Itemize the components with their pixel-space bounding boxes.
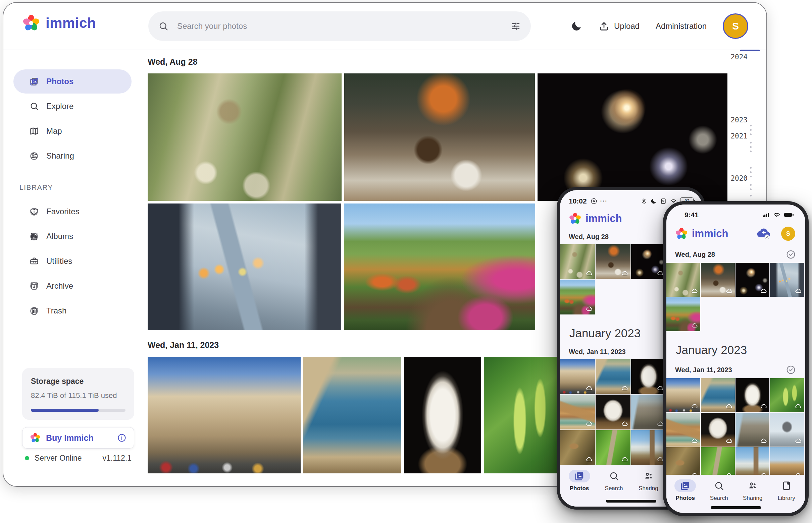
photo-dinner[interactable] bbox=[701, 263, 735, 297]
photo-rock[interactable] bbox=[701, 413, 735, 447]
sidebar-item-sharing[interactable]: Sharing bbox=[13, 144, 132, 168]
photo-autumn[interactable] bbox=[667, 297, 700, 331]
upload-button[interactable]: Upload bbox=[599, 21, 640, 32]
scrubber-year-2024[interactable]: 2024 bbox=[730, 53, 747, 61]
sidebar-item-albums[interactable]: Albums bbox=[13, 224, 132, 249]
phone2-avatar[interactable]: S bbox=[781, 227, 795, 241]
sidebar-item-map[interactable]: Map bbox=[13, 119, 132, 143]
photo-statue[interactable] bbox=[770, 413, 804, 447]
photo-monkeys[interactable] bbox=[148, 73, 342, 201]
buy-immich-button[interactable]: Buy Immich bbox=[22, 427, 134, 449]
photo-berries[interactable] bbox=[484, 357, 562, 473]
photo-hands[interactable] bbox=[148, 203, 341, 330]
photo-castle[interactable] bbox=[560, 359, 595, 394]
cloud-sync-icon[interactable] bbox=[756, 226, 772, 241]
scrubber-dot bbox=[750, 195, 751, 196]
sidebar-item-favorites[interactable]: Favorites bbox=[13, 199, 132, 223]
scrubber-year-2021[interactable]: 2021 bbox=[730, 132, 747, 140]
phone-date-label: Wed, Aug 28 bbox=[675, 251, 715, 258]
phone2-header: immich S bbox=[675, 226, 795, 241]
photo-ruins[interactable] bbox=[736, 413, 770, 447]
photo-lizard1[interactable] bbox=[560, 430, 595, 465]
scrubber-dot bbox=[750, 176, 751, 177]
phone-nav-library[interactable]: Library bbox=[770, 480, 804, 513]
sidebar-item-explore[interactable]: Explore bbox=[13, 94, 132, 118]
storage-usage: 82.4 TiB of 115.1 TiB used bbox=[31, 391, 134, 400]
photo-fireworks[interactable] bbox=[631, 244, 666, 279]
info-icon[interactable] bbox=[30, 151, 121, 161]
photo-ruins[interactable] bbox=[631, 395, 666, 430]
immich-flower-icon bbox=[675, 227, 688, 240]
library-nav: FavoritesAlbumsUtilitiesArchiveTrash bbox=[3, 199, 135, 323]
phone-nav-label: Sharing bbox=[639, 485, 658, 492]
info-icon[interactable] bbox=[117, 433, 126, 443]
phone-mockup-ios: 9:41 immich S Wed, Aug 28January 2023Wed… bbox=[663, 201, 809, 516]
phone-nav-label: Library bbox=[778, 495, 795, 502]
photo-castle[interactable] bbox=[148, 357, 301, 473]
cloud-backup-icon bbox=[586, 385, 593, 392]
photo-castle[interactable] bbox=[667, 378, 700, 412]
photo-church[interactable] bbox=[631, 430, 666, 465]
photo-monkeys[interactable] bbox=[667, 263, 700, 297]
header-actions: Upload Administration S bbox=[570, 3, 748, 50]
phone-nav-photos[interactable]: Photos bbox=[668, 480, 702, 513]
screenshot-canvas: immich Search your photos Upload Adminis… bbox=[0, 0, 812, 523]
phone-nav-label: Photos bbox=[570, 485, 589, 492]
immich-flower-icon bbox=[569, 212, 582, 225]
photo-rock[interactable] bbox=[595, 395, 630, 430]
info-icon[interactable] bbox=[30, 207, 121, 216]
phone2-wordmark: immich bbox=[692, 228, 728, 240]
photo-dinner[interactable] bbox=[344, 73, 535, 201]
photo-dinner[interactable] bbox=[595, 244, 630, 279]
search-icon bbox=[714, 481, 724, 491]
search-bar[interactable]: Search your photos bbox=[148, 12, 531, 41]
home-indicator[interactable] bbox=[606, 500, 656, 503]
photo-beach[interactable] bbox=[667, 413, 700, 447]
dark-mode-moon-icon[interactable] bbox=[570, 20, 583, 32]
photo-coast[interactable] bbox=[303, 357, 401, 473]
home-indicator[interactable] bbox=[711, 506, 761, 509]
photo-bust[interactable] bbox=[631, 359, 666, 394]
scrubber-dot bbox=[750, 167, 751, 169]
phone2-status-bar: 9:41 bbox=[667, 204, 805, 221]
photo-bust[interactable] bbox=[404, 357, 481, 473]
sidebar-item-photos[interactable]: Photos bbox=[13, 69, 132, 93]
cloud-backup-icon bbox=[621, 385, 628, 392]
phone-nav-label: Sharing bbox=[743, 495, 763, 502]
photo-beach[interactable] bbox=[560, 395, 595, 430]
phone-month-header: January 2023 bbox=[676, 343, 805, 357]
user-avatar[interactable]: S bbox=[723, 13, 748, 39]
library-section-label: LIBRARY bbox=[19, 183, 135, 192]
scrubber-year-2023[interactable]: 2023 bbox=[730, 116, 747, 124]
photo-monkeys[interactable] bbox=[560, 244, 595, 279]
photo-berries[interactable] bbox=[770, 378, 804, 412]
scrubber-year-2020[interactable]: 2020 bbox=[730, 174, 747, 182]
info-icon[interactable] bbox=[30, 232, 121, 241]
select-all-check-icon[interactable] bbox=[786, 365, 796, 375]
administration-link[interactable]: Administration bbox=[656, 21, 707, 31]
immich-logo[interactable]: immich bbox=[22, 14, 96, 32]
phone-nav-photos[interactable]: Photos bbox=[562, 470, 597, 507]
photo-coast[interactable] bbox=[595, 359, 630, 394]
info-icon[interactable] bbox=[30, 77, 121, 86]
photo-hands[interactable] bbox=[770, 263, 804, 297]
photo-fireworks[interactable] bbox=[537, 73, 727, 201]
info-icon[interactable] bbox=[30, 282, 121, 291]
top-bar: immich Search your photos Upload Adminis… bbox=[3, 3, 766, 50]
sidebar-item-trash[interactable]: Trash bbox=[13, 299, 132, 323]
photo-coast[interactable] bbox=[701, 378, 735, 412]
photo-autumn[interactable] bbox=[344, 203, 535, 330]
scrubber-active-marker bbox=[740, 50, 760, 51]
photo-bust[interactable] bbox=[736, 378, 770, 412]
photo-autumn[interactable] bbox=[560, 279, 595, 314]
photo-row bbox=[148, 73, 727, 201]
photo-lizard2[interactable] bbox=[595, 430, 630, 465]
info-icon[interactable] bbox=[30, 306, 121, 315]
scrubber-dot bbox=[750, 142, 751, 144]
select-all-check-icon[interactable] bbox=[786, 249, 796, 259]
sidebar-item-archive[interactable]: Archive bbox=[13, 274, 132, 298]
sidebar-item-utilities[interactable]: Utilities bbox=[13, 249, 132, 273]
cloud-backup-icon bbox=[621, 420, 628, 428]
photo-fireworks[interactable] bbox=[736, 263, 770, 297]
filter-sliders-icon[interactable] bbox=[511, 21, 521, 31]
